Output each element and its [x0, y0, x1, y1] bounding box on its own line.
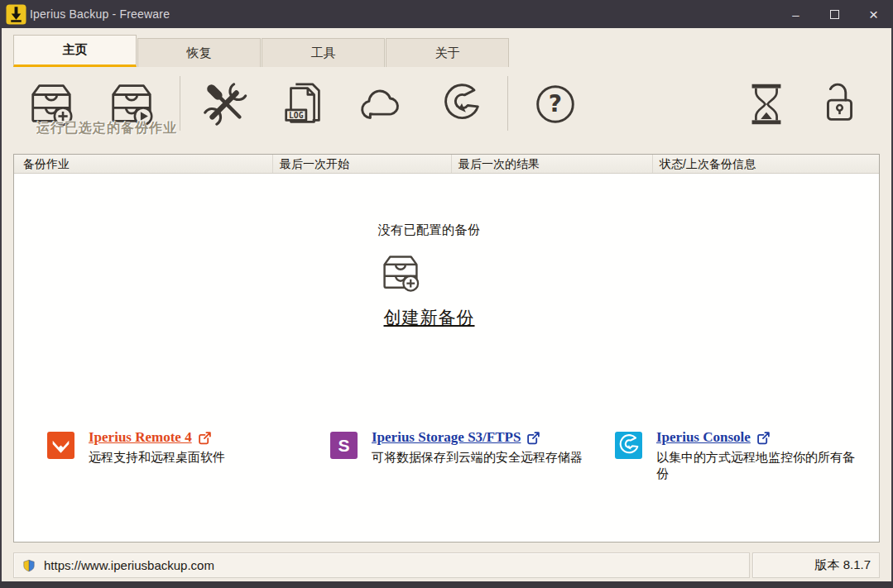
iperius-logo-icon — [6, 4, 26, 25]
backup-box-plus-icon — [26, 79, 77, 130]
unlock-icon — [814, 79, 866, 130]
close-button[interactable]: × — [854, 0, 893, 28]
window-border-left — [0, 0, 2, 588]
tab-home[interactable]: 主页 — [13, 35, 137, 67]
iperius-remote-link[interactable]: Iperius Remote 4 — [89, 429, 225, 446]
log-label: LOG — [289, 111, 304, 120]
backup-list-panel: 备份作业 最后一次开始 最后一次的结果 状态/上次备份信息 没有已配置的备份 创… — [13, 154, 880, 543]
logs-button[interactable]: LOG — [278, 79, 329, 130]
toolbar: LOG ? — [0, 73, 893, 152]
promo-iperius-console: Iperius Console 以集中的方式远程地监控你的所有备份 — [615, 429, 857, 483]
column-header-job[interactable]: 备份作业 — [14, 155, 273, 173]
tab-strip: 主页 恢复 工具 关于 — [13, 35, 509, 67]
backup-box-play-icon — [106, 79, 157, 130]
empty-state: 没有已配置的备份 创建新备份 — [378, 222, 481, 329]
statusbar: https://www.iperiusbackup.com 版本 8.1.7 — [0, 549, 893, 582]
window-title: Iperius Backup - Freeware — [30, 7, 170, 21]
security-shield-icon — [22, 559, 36, 572]
create-backup-big-button[interactable] — [378, 251, 423, 295]
iperius-console-subtitle: 以集中的方式远程地监控你的所有备份 — [656, 449, 857, 483]
tab-about[interactable]: 关于 — [386, 38, 509, 67]
website-url: https://www.iperiusbackup.com — [44, 558, 214, 572]
promo-iperius-remote: Iperius Remote 4 远程支持和远程桌面软件 — [47, 429, 225, 466]
column-header-last-result[interactable]: 最后一次的结果 — [452, 155, 653, 173]
help-icon: ? — [530, 79, 581, 130]
version-box: 版本 8.1.7 — [752, 552, 880, 578]
iperius-storage-subtitle: 可将数据保存到云端的安全远程存储器 — [372, 449, 583, 466]
version-label: 版本 8.1.7 — [814, 557, 871, 573]
iperius-console-link[interactable]: Iperius Console — [656, 429, 857, 446]
license-button[interactable] — [814, 79, 866, 130]
help-button[interactable]: ? — [530, 79, 581, 130]
backup-list-header: 备份作业 最后一次开始 最后一次的结果 状态/上次备份信息 — [14, 155, 879, 174]
create-backup-button[interactable] — [26, 79, 77, 130]
iperius-remote-subtitle: 远程支持和远程桌面软件 — [89, 449, 225, 466]
external-link-icon — [526, 431, 540, 445]
iperius-console-icon — [435, 79, 487, 130]
column-header-last-start[interactable]: 最后一次开始 — [273, 155, 452, 173]
iperius-console-logo — [615, 432, 642, 459]
iperius-remote-title[interactable]: Iperius Remote 4 — [89, 429, 192, 446]
iperius-storage-title[interactable]: Iperius Storage S3/FTPS — [372, 429, 521, 446]
toolbar-divider — [180, 76, 180, 131]
tab-restore[interactable]: 恢复 — [137, 38, 261, 67]
maximize-icon — [830, 10, 839, 19]
console-g-icon — [615, 432, 642, 459]
storage-s-glyph: S — [338, 436, 349, 456]
iperius-remote-logo — [47, 432, 74, 459]
window-controls: – × — [776, 0, 893, 28]
maximize-button[interactable] — [815, 0, 854, 28]
toolbar-divider — [507, 76, 508, 131]
window-border-bottom — [0, 581, 893, 588]
external-link-icon — [198, 431, 212, 445]
backup-box-plus-icon — [378, 251, 423, 295]
app-window: Iperius Backup - Freeware – × 主页 恢复 工具 关… — [0, 0, 893, 588]
create-backup-link[interactable]: 创建新备份 — [384, 306, 475, 329]
tools-button[interactable] — [199, 79, 251, 130]
hourglass-icon — [741, 79, 792, 130]
console-button[interactable] — [435, 79, 487, 130]
wrench-screwdriver-icon — [199, 79, 251, 130]
external-link-icon — [756, 431, 771, 445]
help-glyph: ? — [549, 90, 562, 117]
run-backup-button[interactable] — [106, 79, 157, 130]
promo-iperius-storage: S Iperius Storage S3/FTPS 可将数据保存到云端的安全远程… — [330, 429, 583, 466]
scheduler-button[interactable] — [741, 79, 792, 130]
titlebar: Iperius Backup - Freeware – × — [0, 0, 893, 28]
empty-state-message: 没有已配置的备份 — [378, 222, 481, 238]
column-header-status[interactable]: 状态/上次备份信息 — [653, 155, 879, 173]
tab-tools[interactable]: 工具 — [262, 38, 385, 67]
log-file-icon: LOG — [278, 79, 329, 130]
iperius-storage-logo: S — [330, 432, 358, 459]
minimize-button[interactable]: – — [776, 0, 815, 28]
website-link[interactable]: https://www.iperiusbackup.com — [13, 552, 750, 578]
iperius-storage-link[interactable]: Iperius Storage S3/FTPS — [372, 429, 583, 446]
remote-mask-icon — [47, 432, 74, 459]
iperius-console-title[interactable]: Iperius Console — [656, 429, 751, 446]
cloud-icon — [354, 79, 406, 130]
cloud-button[interactable] — [354, 79, 406, 130]
